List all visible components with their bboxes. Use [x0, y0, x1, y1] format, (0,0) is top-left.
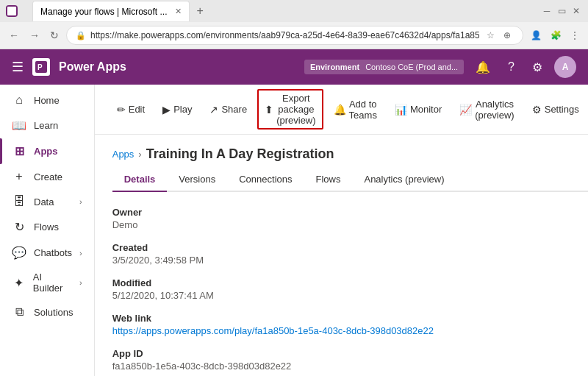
- breadcrumb: Apps › Training In A Day Registration: [112, 146, 588, 162]
- breadcrumb-current: Training In A Day Registration: [146, 146, 334, 162]
- user-avatar[interactable]: A: [554, 56, 576, 78]
- app-title: Power Apps: [59, 60, 126, 74]
- weblink-label: Web link: [112, 313, 588, 324]
- tab-flows[interactable]: Flows: [304, 168, 353, 192]
- data-chevron: ›: [79, 197, 82, 206]
- sidebar-item-apps[interactable]: ⊞ Apps: [0, 138, 94, 164]
- sidebar-item-flows[interactable]: ↻ Flows: [0, 214, 94, 240]
- owner-field: Owner Demo: [112, 207, 588, 230]
- new-tab-button[interactable]: +: [193, 4, 208, 18]
- weblink-value[interactable]: https://apps.powerapps.com/play/fa1a850b…: [112, 325, 434, 336]
- sidebar-item-ai-builder[interactable]: ✦ AI Builder ›: [0, 266, 94, 299]
- sidebar-label-apps: Apps: [34, 146, 58, 157]
- help-btn[interactable]: ?: [502, 57, 520, 77]
- app-container: ⌂ Home 📖 Learn ⊞ Apps + Create 🗄 Data ›: [0, 85, 588, 376]
- profile-icon[interactable]: 👤: [528, 29, 545, 42]
- created-field: Created 3/5/2020, 3:49:58 PM: [112, 242, 588, 266]
- svg-text:P: P: [37, 63, 43, 71]
- bookmark-icon[interactable]: ☆: [484, 29, 498, 42]
- lock-icon: 🔒: [76, 31, 86, 40]
- tab-close-btn[interactable]: ✕: [175, 7, 182, 16]
- action-toolbar: ✏ Edit ▶ Play ↗ Share ⬆ Export package (…: [95, 85, 588, 135]
- tab-analytics[interactable]: Analytics (preview): [352, 168, 456, 192]
- data-icon: 🗄: [12, 195, 26, 208]
- address-bar[interactable]: 🔒 ☆ ⊕: [66, 26, 523, 45]
- browser-titlebar: Manage your flows | Microsoft ... ✕ + ─ …: [0, 0, 588, 22]
- analytics-icon: 📈: [459, 104, 472, 116]
- svg-rect-0: [7, 7, 16, 15]
- edit-button[interactable]: ✏ Edit: [110, 100, 152, 119]
- created-value: 3/5/2020, 3:49:58 PM: [112, 255, 588, 266]
- modified-label: Modified: [112, 277, 588, 288]
- sidebar-item-home[interactable]: ⌂ Home: [0, 88, 94, 113]
- restore-btn[interactable]: ▭: [556, 5, 567, 17]
- home-icon: ⌂: [12, 93, 26, 107]
- edit-icon: ✏: [117, 104, 126, 116]
- extensions-icon[interactable]: ⊕: [501, 29, 514, 42]
- tab-details[interactable]: Details: [112, 168, 168, 192]
- apps-icon: ⊞: [12, 144, 26, 158]
- sidebar-label-chatbots: Chatbots: [34, 247, 72, 258]
- chatbots-chevron: ›: [79, 249, 82, 258]
- browser-chrome: Manage your flows | Microsoft ... ✕ + ─ …: [0, 0, 588, 49]
- sidebar-label-learn: Learn: [34, 120, 58, 131]
- analytics-button[interactable]: 📈 Analytics (preview): [452, 95, 521, 124]
- share-button[interactable]: ↗ Share: [202, 100, 254, 119]
- back-button[interactable]: ←: [6, 26, 22, 44]
- browser-menu-btn[interactable]: ⋮: [567, 29, 582, 42]
- settings-nav-btn[interactable]: ⚙: [526, 57, 548, 77]
- minimize-btn[interactable]: ─: [541, 5, 553, 17]
- window-controls: ─ ▭ ✕: [541, 5, 582, 17]
- play-icon: ▶: [162, 104, 171, 116]
- sidebar-nav: ⌂ Home 📖 Learn ⊞ Apps + Create 🗄 Data ›: [0, 85, 94, 376]
- teams-icon: 🔔: [334, 104, 346, 116]
- ai-builder-chevron: ›: [79, 278, 82, 287]
- sidebar-item-chatbots[interactable]: 💬 Chatbots ›: [0, 240, 94, 266]
- url-input[interactable]: [90, 30, 479, 40]
- export-package-button[interactable]: ⬆ Export package (preview): [257, 89, 323, 130]
- hamburger-menu[interactable]: ☰: [12, 59, 24, 75]
- created-label: Created: [112, 242, 588, 253]
- environment-badge[interactable]: Environment Contoso CoE (Prod and...: [304, 60, 464, 74]
- weblink-field: Web link https://apps.powerapps.com/play…: [112, 313, 588, 336]
- global-nav-left: ☰ P Power Apps: [12, 58, 126, 76]
- settings-icon: ⚙: [532, 104, 542, 116]
- global-nav-right: Environment Contoso CoE (Prod and... 🔔 ?…: [304, 56, 576, 78]
- share-icon: ↗: [209, 104, 218, 116]
- address-bar-row: ← → ↻ 🔒 ☆ ⊕ 👤 🧩 ⋮: [0, 22, 588, 49]
- ai-builder-icon: ✦: [12, 276, 26, 290]
- sidebar-label-solutions: Solutions: [34, 307, 73, 318]
- settings-button[interactable]: ⚙ Settings: [525, 100, 587, 119]
- tab-versions[interactable]: Versions: [167, 168, 227, 192]
- sidebar-item-learn[interactable]: 📖 Learn: [0, 113, 94, 138]
- play-button[interactable]: ▶ Play: [155, 100, 199, 119]
- breadcrumb-apps[interactable]: Apps: [112, 149, 135, 160]
- global-nav: ☰ P Power Apps Environment Contoso CoE (…: [0, 49, 588, 85]
- sidebar-item-solutions[interactable]: ⧉ Solutions: [0, 299, 94, 324]
- monitor-icon: 📊: [395, 104, 407, 116]
- monitor-button[interactable]: 📊 Monitor: [387, 100, 449, 119]
- appid-value: fa1a850b-1e5a-403c-8dcb-398d03d82e22: [112, 361, 588, 372]
- env-label: Environment: [310, 63, 359, 71]
- sidebar-item-create[interactable]: + Create: [0, 164, 94, 189]
- sidebar-item-data[interactable]: 🗄 Data ›: [0, 189, 94, 214]
- close-btn[interactable]: ✕: [570, 5, 582, 17]
- sidebar-label-ai-builder: AI Builder: [33, 272, 72, 294]
- appid-field: App ID fa1a850b-1e5a-403c-8dcb-398d03d82…: [112, 348, 588, 372]
- tab-bar: Manage your flows | Microsoft ... ✕ +: [26, 0, 214, 22]
- tabs-bar: Details Versions Connections Flows Analy…: [112, 168, 588, 192]
- refresh-button[interactable]: ↻: [47, 26, 62, 44]
- extensions-btn[interactable]: 🧩: [548, 29, 564, 42]
- active-tab[interactable]: Manage your flows | Microsoft ... ✕: [32, 1, 190, 21]
- modified-value: 5/12/2020, 10:37:41 AM: [112, 290, 588, 301]
- appid-label: App ID: [112, 348, 588, 359]
- create-icon: +: [12, 170, 26, 183]
- sidebar-label-flows: Flows: [34, 221, 59, 233]
- forward-button[interactable]: →: [26, 26, 43, 44]
- notifications-btn[interactable]: 🔔: [470, 57, 496, 77]
- sidebar-label-data: Data: [34, 196, 54, 207]
- sidebar-label-home: Home: [34, 95, 60, 106]
- tab-connections[interactable]: Connections: [227, 168, 304, 192]
- add-to-teams-button[interactable]: 🔔 Add to Teams: [326, 95, 384, 124]
- tab-title: Manage your flows | Microsoft ...: [40, 7, 168, 17]
